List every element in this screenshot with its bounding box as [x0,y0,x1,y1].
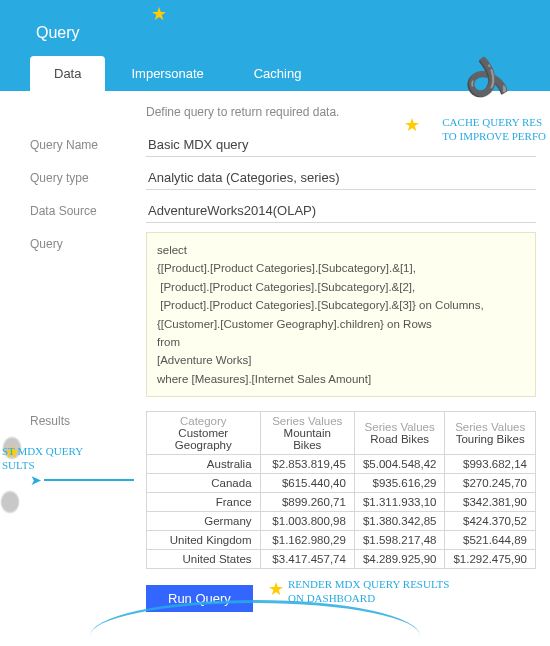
table-row: Germany$1.003.800,98$1.380.342,85$424.37… [147,512,536,531]
table-cell: $1.311.933,10 [354,493,445,512]
tab-impersonate[interactable]: Impersonate [107,56,227,91]
label-results: Results [30,409,146,428]
table-cell: $1.162.980,29 [260,531,354,550]
col-series-1: Series ValuesMountain Bikes [260,412,354,455]
table-cell: $4.289.925,90 [354,550,445,569]
table-row: United Kingdom$1.162.980,29$1.598.217,48… [147,531,536,550]
table-cell: $1.598.217,48 [354,531,445,550]
table-cell: $2.853.819,45 [260,455,354,474]
label-query-type: Query type [30,166,146,185]
table-cell: $993.682,14 [445,455,536,474]
col-category: CategoryCustomer Geography [147,412,261,455]
table-cell: Germany [147,512,261,531]
label-query-name: Query Name [30,133,146,152]
table-cell: $342.381,90 [445,493,536,512]
table-cell: $1.292.475,90 [445,550,536,569]
tab-bar: Data Impersonate Caching [0,56,550,91]
table-cell: Australia [147,455,261,474]
data-source-input[interactable] [146,199,536,223]
decorative-blob [0,490,20,514]
label-query: Query [30,232,146,251]
star-icon: ★ [268,578,284,600]
col-series-2: Series ValuesRoad Bikes [354,412,445,455]
table-cell: United Kingdom [147,531,261,550]
helper-text: Define query to return required data. [146,105,550,119]
col-series-3: Series ValuesTouring Bikes [445,412,536,455]
table-cell: $3.417.457,74 [260,550,354,569]
panel-title: Query [0,6,550,56]
query-type-input[interactable] [146,166,536,190]
tab-caching[interactable]: Caching [230,56,326,91]
results-table: CategoryCustomer Geography Series Values… [146,411,536,569]
table-cell: $521.644,89 [445,531,536,550]
table-row: Canada$615.440,40$935.616,29$270.245,70 [147,474,536,493]
star-icon: ★ [151,3,167,25]
label-data-source: Data Source [30,199,146,218]
table-cell: $615.440,40 [260,474,354,493]
table-row: France$899.260,71$1.311.933,10$342.381,9… [147,493,536,512]
table-cell: $1.380.342,85 [354,512,445,531]
table-cell: $935.616,29 [354,474,445,493]
table-row: Australia$2.853.819,45$5.004.548,42$993.… [147,455,536,474]
tab-content: Define query to return required data. Qu… [0,91,550,636]
star-icon: ★ [404,114,420,136]
table-cell: $5.004.548,42 [354,455,445,474]
table-cell: United States [147,550,261,569]
panel-header: Query Data Impersonate Caching [0,0,550,91]
tab-data[interactable]: Data [30,56,105,91]
table-cell: Canada [147,474,261,493]
table-cell: $1.003.800,98 [260,512,354,531]
table-cell: France [147,493,261,512]
query-name-input[interactable] [146,133,536,157]
query-textarea[interactable]: select {[Product].[Product Categories].[… [146,232,536,397]
table-cell: $424.370,52 [445,512,536,531]
table-row: United States$3.417.457,74$4.289.925,90$… [147,550,536,569]
star-icon: ★ [4,441,20,463]
table-cell: $899.260,71 [260,493,354,512]
table-cell: $270.245,70 [445,474,536,493]
